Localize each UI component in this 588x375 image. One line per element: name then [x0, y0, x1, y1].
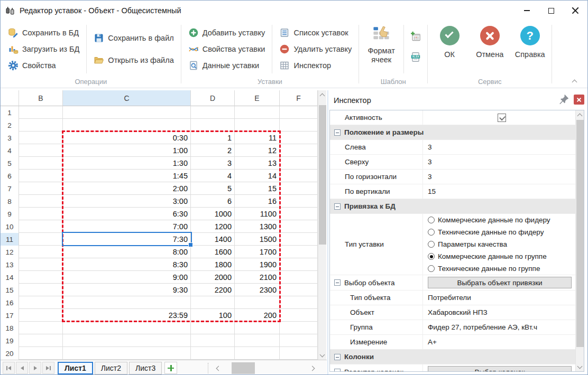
cell-B3[interactable] [19, 132, 63, 144]
cell-B12[interactable] [19, 246, 63, 258]
cell-E12[interactable]: 1700 [235, 246, 280, 258]
inspector-button[interactable]: Инспектор [275, 59, 356, 72]
scroll-right-button[interactable] [307, 362, 319, 374]
prev-sheet-button[interactable] [16, 362, 28, 374]
cell-D6[interactable]: 4 [191, 170, 235, 182]
cell-E19[interactable] [235, 334, 280, 347]
cell-C7[interactable]: 2:00 [63, 182, 191, 195]
cell-B8[interactable] [19, 195, 63, 208]
next-sheet-button[interactable] [29, 362, 41, 374]
cell-B11[interactable] [19, 233, 63, 246]
row-header-16[interactable]: 16 [1, 296, 19, 309]
properties-button[interactable]: Свойства [4, 59, 84, 72]
cell-C2[interactable] [63, 119, 191, 132]
scroll-up-button[interactable] [576, 110, 584, 119]
load-from-db-button[interactable]: Загрузить из БД [4, 43, 84, 55]
cell-C3[interactable]: 0:30 [63, 132, 191, 144]
cell-C10[interactable]: 7:00 [63, 220, 191, 233]
cell-F11[interactable] [280, 233, 318, 246]
cell-E18[interactable] [235, 322, 280, 334]
row-header-8[interactable]: 8 [1, 195, 19, 208]
cell-C9[interactable]: 6:30 [63, 208, 191, 220]
cell-C15[interactable]: 9:30 [63, 284, 191, 296]
cell-B10[interactable] [19, 220, 63, 233]
collapse-icon[interactable] [334, 129, 341, 136]
cell-B1[interactable] [19, 106, 63, 119]
pin-icon[interactable] [558, 93, 569, 105]
row-header-6[interactable]: 6 [1, 170, 19, 182]
cell-D11[interactable]: 1400 [191, 233, 235, 246]
maximize-button[interactable] [539, 1, 563, 21]
radio-option-1[interactable]: Коммерческие данные по фидеру [428, 214, 550, 226]
cell-D16[interactable] [191, 296, 235, 309]
cell-C17[interactable]: 23:59 [63, 309, 191, 322]
cell-D12[interactable]: 1600 [191, 246, 235, 258]
cell-D5[interactable]: 3 [191, 157, 235, 170]
cell-D9[interactable]: 1000 [191, 208, 235, 220]
cell-B15[interactable] [19, 284, 63, 296]
cell-F17[interactable] [280, 309, 318, 322]
row-header-3[interactable]: 3 [1, 132, 19, 144]
cell-E13[interactable]: 1900 [235, 258, 280, 271]
column-header-C[interactable]: C [63, 90, 191, 106]
cell-F8[interactable] [280, 195, 318, 208]
cell-E8[interactable]: 16 [235, 195, 280, 208]
cell-C18[interactable] [63, 322, 191, 334]
cell-E14[interactable]: 2100 [235, 271, 280, 284]
row-header-9[interactable]: 9 [1, 208, 19, 220]
cell-C19[interactable] [63, 334, 191, 347]
row-header-5[interactable]: 5 [1, 157, 19, 170]
ok-button[interactable]: ОК [429, 21, 470, 78]
inspector-section-columns[interactable]: Колонки [330, 350, 575, 364]
horizontal-scroll-thumb[interactable] [232, 362, 255, 374]
cell-E6[interactable]: 14 [235, 170, 280, 182]
collapse-icon[interactable] [334, 369, 341, 372]
scroll-down-button[interactable] [576, 362, 584, 371]
inspector-scrollbar[interactable] [575, 110, 584, 371]
sheet-tab-sheet3[interactable]: Лист3 [129, 362, 162, 374]
add-sheet-button[interactable] [164, 362, 177, 374]
column-header-E[interactable]: E [235, 90, 280, 106]
save-to-file-button[interactable]: Сохранить в файл [89, 32, 178, 44]
row-header-11[interactable]: 11 [1, 233, 19, 246]
cell-F7[interactable] [280, 182, 318, 195]
cell-D7[interactable]: 5 [191, 182, 235, 195]
activity-checkbox[interactable] [498, 114, 506, 122]
cell-C1[interactable] [63, 106, 191, 119]
cell-C6[interactable]: 1:45 [63, 170, 191, 182]
ribbon-collapse-button[interactable] [569, 77, 579, 85]
cell-E15[interactable]: 2300 [235, 284, 280, 296]
cell-D17[interactable]: 100 [191, 309, 235, 322]
row-header-14[interactable]: 14 [1, 271, 19, 284]
cell-C8[interactable]: 3:00 [63, 195, 191, 208]
cell-C14[interactable]: 9:00 [63, 271, 191, 284]
cell-E16[interactable] [235, 296, 280, 309]
cancel-button[interactable]: Отмена [470, 21, 510, 78]
cell-C13[interactable]: 8:30 [63, 258, 191, 271]
cell-F5[interactable] [280, 157, 318, 170]
cell-E7[interactable]: 15 [235, 182, 280, 195]
cell-B2[interactable] [19, 119, 63, 132]
cell-F3[interactable] [280, 132, 318, 144]
cell-B16[interactable] [19, 296, 63, 309]
cell-F1[interactable] [280, 106, 318, 119]
first-sheet-button[interactable] [3, 362, 15, 374]
cell-E10[interactable]: 1300 [235, 220, 280, 233]
save-to-db-button[interactable]: Сохранить в БД [4, 26, 84, 39]
cell-F12[interactable] [280, 246, 318, 258]
cell-C20[interactable] [63, 347, 191, 360]
cell-B7[interactable] [19, 182, 63, 195]
cell-D13[interactable]: 1800 [191, 258, 235, 271]
cell-B18[interactable] [19, 322, 63, 334]
row-header-12[interactable]: 12 [1, 246, 19, 258]
help-button[interactable]: Справка [510, 21, 550, 78]
cell-D20[interactable] [191, 347, 235, 360]
cell-D3[interactable]: 1 [191, 132, 235, 144]
sheet-tab-sheet1[interactable]: Лист1 [58, 362, 93, 374]
cell-E2[interactable] [235, 119, 280, 132]
setpoint-properties-button[interactable]: Свойства уставки [184, 43, 270, 55]
column-header-B[interactable]: B [19, 90, 63, 106]
row-header-2[interactable]: 2 [1, 119, 19, 132]
row-header-17[interactable]: 17 [1, 309, 19, 322]
scroll-up-button[interactable] [318, 90, 326, 99]
